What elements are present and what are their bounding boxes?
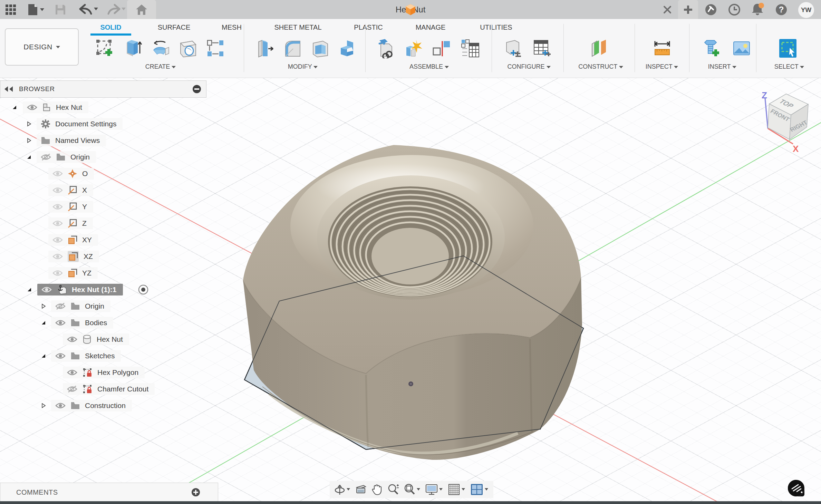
collapse-panel-icon[interactable] <box>4 86 14 93</box>
insert-mcmaster-button[interactable] <box>700 37 725 65</box>
comments-bar[interactable]: COMMENTS <box>0 483 218 502</box>
viewcube[interactable]: Z X TOP FRONT RIGHT <box>762 90 809 154</box>
insert-derive-button[interactable] <box>374 37 398 65</box>
tree-row-hex-nut-component[interactable]: Hex Nut (1):1 <box>0 284 221 295</box>
tree-row-bodies[interactable]: Bodies <box>0 317 206 329</box>
eye-visible-icon[interactable] <box>27 104 37 111</box>
tree-row-origin[interactable]: Origin <box>0 151 206 163</box>
new-tab-plus-icon[interactable] <box>683 4 693 15</box>
eye-dimmed-icon[interactable] <box>52 253 63 260</box>
tree-row-xz-plane[interactable]: XZ <box>0 251 206 262</box>
display-settings-icon[interactable] <box>425 483 443 496</box>
activate-component-radio[interactable] <box>137 284 149 295</box>
tree-row-origin-point[interactable]: O <box>0 168 206 180</box>
add-comment-icon[interactable] <box>191 487 201 497</box>
notifications-bell-icon[interactable] <box>750 2 765 17</box>
tab-sheet-metal[interactable]: SHEET METAL <box>269 22 327 33</box>
orbit-tool-icon[interactable] <box>334 483 351 496</box>
tab-surface[interactable]: SURFACE <box>151 22 197 33</box>
eye-visible-icon[interactable] <box>67 369 77 376</box>
pan-tool-icon[interactable] <box>371 484 383 495</box>
combine-button[interactable] <box>336 37 360 65</box>
tree-row-y-axis[interactable]: Y <box>0 201 206 213</box>
eye-dimmed-icon[interactable] <box>52 220 63 227</box>
insert-canvas-button[interactable] <box>729 37 754 65</box>
group-assemble[interactable]: ASSEMBLE <box>402 63 457 70</box>
tree-row-xy-plane[interactable]: XY <box>0 234 206 246</box>
construct-plane-button[interactable] <box>587 37 612 65</box>
extensions-icon[interactable] <box>704 3 717 16</box>
look-at-tool-icon[interactable] <box>355 484 367 495</box>
job-status-clock-icon[interactable] <box>728 3 741 16</box>
configure-component-button[interactable] <box>501 37 525 65</box>
grid-snap-icon[interactable] <box>448 483 466 496</box>
group-modify[interactable]: MODIFY <box>275 63 330 70</box>
disclosure-collapsed-icon[interactable] <box>41 303 46 309</box>
eye-dimmed-icon[interactable] <box>52 203 63 210</box>
eye-dimmed-icon[interactable] <box>52 236 63 243</box>
eye-visible-icon[interactable] <box>55 319 66 326</box>
tab-utilities[interactable]: UTILITIES <box>474 22 518 33</box>
tree-row-chamfer-cutout[interactable]: Chamfer Cutout <box>0 383 206 395</box>
eye-hidden-icon[interactable] <box>41 153 51 161</box>
zoom-tool-icon[interactable] <box>387 483 399 496</box>
create-sketch-button[interactable] <box>93 37 117 65</box>
tree-row-document-settings[interactable]: Document Settings <box>0 118 206 130</box>
configuration-table-button[interactable] <box>530 37 554 65</box>
tree-row-hex-polygon[interactable]: Hex Polygon <box>0 367 206 378</box>
group-insert[interactable]: INSERT <box>695 63 750 70</box>
joint-button[interactable] <box>429 37 454 65</box>
tree-row-construction[interactable]: Construction <box>0 400 206 411</box>
tab-solid[interactable]: SOLID <box>90 22 131 33</box>
disclosure-expanded-icon[interactable] <box>41 320 46 326</box>
hole-button[interactable] <box>175 37 200 65</box>
tree-row-x-axis[interactable]: X <box>0 184 206 196</box>
browser-minimize-icon[interactable] <box>192 85 201 94</box>
disclosure-collapsed-icon[interactable] <box>26 121 32 127</box>
fillet-button[interactable] <box>280 37 305 65</box>
group-inspect[interactable]: INSPECT <box>634 63 689 70</box>
revolve-button[interactable] <box>148 37 173 65</box>
tree-row-yz-plane[interactable]: YZ <box>0 267 206 279</box>
avatar[interactable]: YW <box>798 2 814 18</box>
eye-visible-icon[interactable] <box>55 402 66 409</box>
eye-hidden-icon[interactable] <box>67 385 77 393</box>
eye-hidden-icon[interactable] <box>55 302 66 310</box>
disclosure-expanded-icon[interactable] <box>12 105 17 110</box>
group-select[interactable]: SELECT <box>762 63 817 70</box>
measure-button[interactable] <box>650 37 675 65</box>
new-component-button[interactable] <box>401 37 426 65</box>
bom-button[interactable] <box>458 37 483 65</box>
tab-mesh[interactable]: MESH <box>211 22 252 33</box>
disclosure-expanded-icon[interactable] <box>41 353 46 359</box>
disclosure-expanded-icon[interactable] <box>26 154 32 160</box>
eye-dimmed-icon[interactable] <box>52 187 63 194</box>
tree-row-z-axis[interactable]: Z <box>0 217 206 229</box>
group-construct[interactable]: CONSTRUCT <box>573 63 628 70</box>
workspace-switcher[interactable]: DESIGN <box>5 28 79 66</box>
eye-visible-icon[interactable] <box>55 352 66 359</box>
shell-button[interactable] <box>308 37 333 65</box>
tree-row-component-origin[interactable]: Origin <box>0 300 206 312</box>
tab-manage[interactable]: MANAGE <box>409 22 452 33</box>
eye-dimmed-icon[interactable] <box>52 170 63 177</box>
select-button[interactable] <box>775 37 800 65</box>
tree-row-hex-nut-body[interactable]: Hex Nut <box>0 333 206 345</box>
disclosure-collapsed-icon[interactable] <box>41 403 46 408</box>
tree-row-named-views[interactable]: Named Views <box>0 135 206 146</box>
timeline-strip[interactable] <box>0 501 821 504</box>
disclosure-collapsed-icon[interactable] <box>26 138 32 143</box>
close-tab-icon[interactable] <box>662 4 673 15</box>
tree-row-sketches[interactable]: Sketches <box>0 350 206 362</box>
viewports-icon[interactable] <box>470 483 489 496</box>
tree-row-hex-nut-doc[interactable]: Hex Nut <box>0 101 206 113</box>
feedback-bubble-icon[interactable] <box>786 478 806 498</box>
fit-view-icon[interactable] <box>404 483 421 496</box>
extrude-button[interactable] <box>120 37 145 65</box>
press-pull-button[interactable] <box>253 37 278 65</box>
eye-dimmed-icon[interactable] <box>52 270 63 277</box>
group-configure[interactable]: CONFIGURE <box>501 63 557 70</box>
tab-plastic[interactable]: PLASTIC <box>347 22 389 33</box>
eye-visible-icon[interactable] <box>41 286 52 293</box>
disclosure-expanded-icon[interactable] <box>27 287 32 292</box>
